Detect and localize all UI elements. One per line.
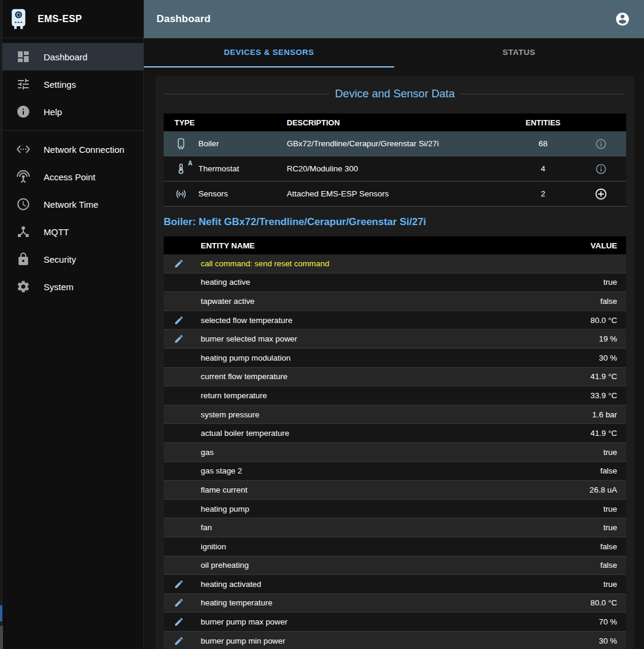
sidebar-item-system[interactable]: System: [0, 273, 143, 300]
thermostat-icon: [174, 162, 188, 176]
edit-pencil-icon[interactable]: [174, 315, 184, 325]
boiler-section-heading: Boiler: Nefit GBx72/Trendline/Cerapur/Gr…: [164, 216, 626, 228]
entity-name: selected flow temperature: [194, 316, 590, 325]
entity-value: 33.9 °C: [590, 391, 626, 400]
entity-name: return temperature: [194, 391, 590, 400]
entity-name: heating pump: [194, 505, 603, 513]
entity-value: false: [600, 297, 626, 306]
device-entities-count: 68: [510, 139, 576, 148]
device-type: Sensors: [198, 189, 276, 198]
entity-row[interactable]: heating temperature 80.0 °C: [164, 594, 626, 613]
device-row[interactable]: A Thermostat RC20/Moduline 300 4: [164, 156, 626, 182]
sidebar-item-security[interactable]: Security: [0, 245, 143, 273]
sidebar-item-access-point[interactable]: Access Point: [0, 163, 143, 190]
tab-devices-sensors[interactable]: DEVICES & SENSORS: [144, 38, 394, 67]
entity-row[interactable]: burner pump min power 30 %: [164, 632, 626, 649]
left-scrollbar-track[interactable]: [0, 0, 2, 649]
entity-value: 80.0 °C: [590, 598, 626, 607]
sidebar-item-mqtt[interactable]: MQTT: [0, 218, 143, 245]
entity-name: heating pump modulation: [194, 353, 599, 362]
entity-value: true: [603, 523, 626, 532]
entity-value: true: [603, 448, 626, 457]
sidebar-item-dashboard[interactable]: Dashboard: [0, 43, 143, 70]
entity-row: gas stage 2 false: [164, 462, 626, 481]
ems-esp-logo-icon: [9, 8, 28, 30]
entity-value: 70 %: [599, 617, 626, 626]
entity-row[interactable]: selected flow temperature 80.0 °C: [164, 311, 626, 330]
edit-pencil-icon[interactable]: [174, 598, 184, 608]
edit-pencil-icon[interactable]: [174, 579, 184, 589]
device-info-button[interactable]: [594, 162, 608, 176]
topbar: Dashboard: [144, 0, 644, 38]
entity-row: tapwater active false: [164, 292, 626, 311]
entity-row: current flow temperature 41.9 °C: [164, 368, 626, 387]
device-info-button[interactable]: [594, 137, 608, 151]
content-area: Device and Sensor Data TYPE DESCRIPTION …: [144, 67, 644, 649]
app-title: EMS-ESP: [38, 14, 82, 24]
ems-esp-app: EMS-ESP Dashboard Settings Help Network …: [0, 0, 644, 649]
sidebar-item-label: Network Time: [44, 199, 99, 210]
gear-icon: [16, 279, 30, 294]
device-description: Attached EMS-ESP Sensors: [276, 189, 510, 198]
entity-value: 80.0 °C: [590, 316, 626, 325]
entity-value: 30 %: [599, 353, 626, 362]
divider: [165, 94, 329, 94]
entity-row: flame current 26.8 uA: [164, 481, 626, 500]
account-button[interactable]: [611, 7, 634, 31]
dashboard-card: Device and Sensor Data TYPE DESCRIPTION …: [155, 76, 634, 649]
entity-row[interactable]: heating activated true: [164, 575, 626, 594]
device-entities-count: 4: [510, 164, 576, 173]
left-scrollbar-thumb[interactable]: [0, 605, 2, 622]
sidebar-item-settings[interactable]: Settings: [0, 70, 143, 98]
account-circle-icon: [615, 11, 630, 27]
edit-pencil-icon[interactable]: [174, 636, 184, 646]
entity-name: ignition: [194, 542, 600, 551]
entity-name: tapwater active: [194, 297, 600, 306]
tab-bar: DEVICES & SENSORSSTATUS: [144, 38, 644, 67]
sidebar-item-network-connection[interactable]: Network Connection: [0, 136, 143, 163]
entity-value: true: [603, 278, 626, 287]
entity-row: ignition false: [164, 537, 626, 556]
entity-row[interactable]: burner selected max power 19 %: [164, 330, 626, 349]
sidebar-item-label: Settings: [44, 79, 76, 90]
entity-row[interactable]: burner pump max power 70 %: [164, 613, 626, 632]
entity-value: 41.9 °C: [590, 372, 626, 381]
add-circle-icon: [594, 187, 608, 201]
entity-name: system pressure: [194, 410, 592, 419]
device-row[interactable]: Boiler GBx72/Trendline/Cerapur/Greenstar…: [164, 131, 626, 156]
entity-value: 30 %: [599, 636, 626, 645]
device-description: GBx72/Trendline/Cerapur/Greenstar Si/27i: [276, 139, 510, 148]
entity-name: gas stage 2: [194, 466, 600, 475]
edit-pencil-icon[interactable]: [174, 334, 184, 344]
edit-pencil-icon[interactable]: [174, 617, 184, 627]
add-sensor-button[interactable]: [593, 186, 609, 202]
sidebar-item-label: Security: [44, 254, 76, 264]
sidebar-item-help[interactable]: Help: [0, 98, 143, 125]
sidebar-item-network-time[interactable]: Network Time: [0, 190, 143, 218]
card-heading: Device and Sensor Data: [165, 87, 625, 100]
info-icon: [595, 163, 607, 175]
sidebar-item-label: Dashboard: [44, 52, 87, 62]
entity-row[interactable]: call command: send reset command: [164, 254, 626, 273]
entity-name: oil preheating: [194, 561, 600, 570]
entity-name: burner pump max power: [194, 617, 599, 626]
entity-row: heating pump true: [164, 500, 626, 519]
divider: [461, 94, 625, 94]
sidebar: EMS-ESP Dashboard Settings Help Network …: [0, 0, 144, 649]
lock-icon: [16, 252, 30, 266]
tab-status[interactable]: STATUS: [394, 38, 644, 67]
device-row[interactable]: Sensors Attached EMS-ESP Sensors 2: [164, 182, 626, 207]
card-heading-text: Device and Sensor Data: [335, 87, 455, 100]
entity-value: false: [600, 561, 626, 570]
entity-row: system pressure 1.6 bar: [164, 405, 626, 425]
entity-value: true: [603, 580, 626, 589]
edit-pencil-icon[interactable]: [174, 259, 184, 269]
sidebar-item-label: Access Point: [44, 172, 96, 182]
entity-name: heating temperature: [194, 598, 590, 607]
entity-row: actual boiler temperature 41.9 °C: [164, 424, 626, 443]
entity-row: fan true: [164, 518, 626, 537]
antenna-icon: [16, 170, 30, 184]
devices-table: TYPE DESCRIPTION ENTITIES Boiler GBx72/T…: [164, 113, 626, 207]
sidebar-item-label: Help: [44, 107, 62, 117]
entity-value: 19 %: [599, 334, 626, 343]
